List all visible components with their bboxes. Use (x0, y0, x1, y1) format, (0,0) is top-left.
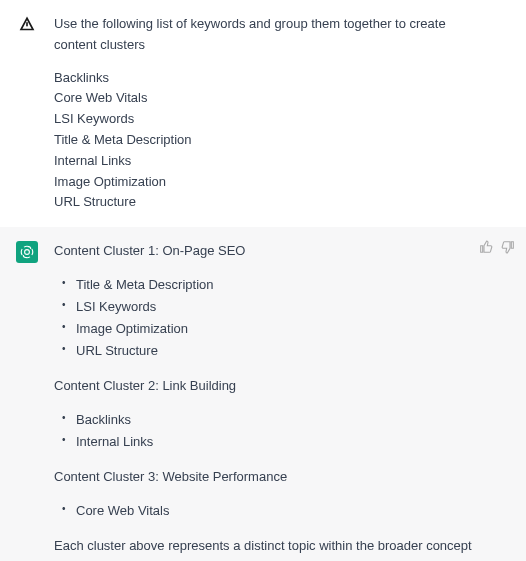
cluster-list: Backlinks Internal Links (62, 409, 482, 453)
keyword-item: Core Web Vitals (54, 88, 482, 109)
assistant-content: Content Cluster 1: On-Page SEO Title & M… (54, 241, 510, 561)
user-prompt-intro: Use the following list of keywords and g… (54, 14, 482, 56)
feedback-controls (478, 239, 516, 255)
svg-point-1 (25, 250, 30, 255)
thumbs-up-button[interactable] (478, 239, 494, 255)
list-item: Internal Links (62, 431, 482, 453)
cluster-title: Content Cluster 3: Website Performance (54, 467, 482, 488)
user-avatar (16, 14, 38, 36)
keyword-item: URL Structure (54, 192, 482, 213)
cluster-title: Content Cluster 1: On-Page SEO (54, 241, 482, 262)
assistant-summary: Each cluster above represents a distinct… (54, 536, 482, 561)
list-item: LSI Keywords (62, 296, 482, 318)
keyword-item: Image Optimization (54, 172, 482, 193)
list-item: Backlinks (62, 409, 482, 431)
user-avatar-icon (18, 16, 36, 34)
keyword-item: Backlinks (54, 68, 482, 89)
keyword-item: Internal Links (54, 151, 482, 172)
thumbs-down-icon (500, 239, 516, 255)
assistant-avatar-icon (18, 243, 36, 261)
list-item: URL Structure (62, 340, 482, 362)
user-message: Use the following list of keywords and g… (0, 0, 526, 227)
keyword-item: LSI Keywords (54, 109, 482, 130)
cluster-list: Core Web Vitals (62, 500, 482, 522)
thumbs-down-button[interactable] (500, 239, 516, 255)
list-item: Title & Meta Description (62, 274, 482, 296)
cluster-list: Title & Meta Description LSI Keywords Im… (62, 274, 482, 362)
cluster-title: Content Cluster 2: Link Building (54, 376, 482, 397)
user-content: Use the following list of keywords and g… (54, 14, 510, 213)
assistant-message: Content Cluster 1: On-Page SEO Title & M… (0, 227, 526, 561)
assistant-avatar (16, 241, 38, 263)
keyword-item: Title & Meta Description (54, 130, 482, 151)
thumbs-up-icon (478, 239, 494, 255)
list-item: Image Optimization (62, 318, 482, 340)
user-keywords-list: Backlinks Core Web Vitals LSI Keywords T… (54, 68, 482, 214)
list-item: Core Web Vitals (62, 500, 482, 522)
